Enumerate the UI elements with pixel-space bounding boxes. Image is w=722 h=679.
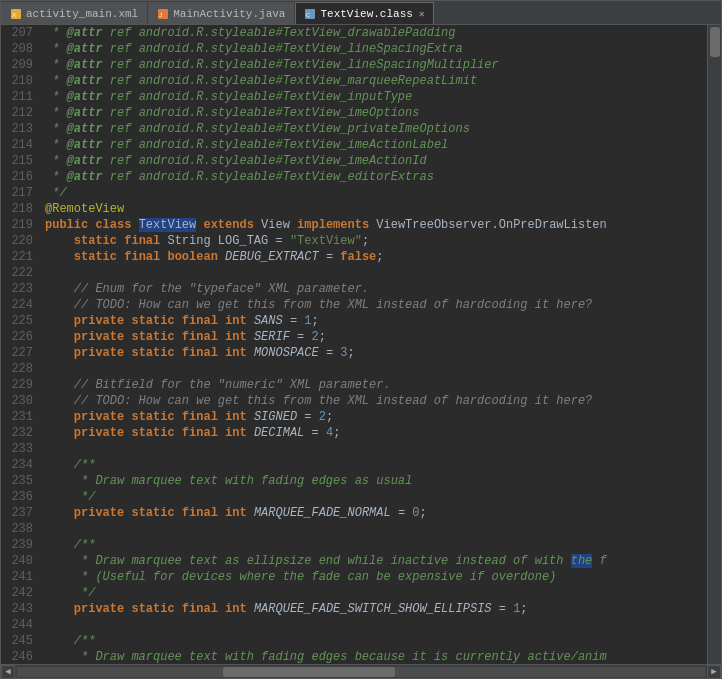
code-line: 212 * @attr ref android.R.styleable#Text…	[1, 105, 707, 121]
code-line: 241 * (Useful for devices where the fade…	[1, 569, 707, 585]
tab-label-textview: TextView.class	[320, 8, 412, 20]
code-line: 211 * @attr ref android.R.styleable#Text…	[1, 89, 707, 105]
code-line: 221 static final boolean DEBUG_EXTRACT =…	[1, 249, 707, 265]
code-line: 237 private static final int MARQUEE_FAD…	[1, 505, 707, 521]
xml-file-icon: X	[10, 8, 22, 20]
code-line: 223 // Enum for the "typeface" XML param…	[1, 281, 707, 297]
tab-close-button[interactable]: ✕	[419, 8, 425, 20]
tab-textview-class[interactable]: C TextView.class ✕	[295, 2, 433, 24]
code-line: 232 private static final int DECIMAL = 4…	[1, 425, 707, 441]
svg-text:X: X	[12, 12, 16, 18]
code-line: 225 private static final int SANS = 1;	[1, 313, 707, 329]
code-line: 219 public class TextView extends View i…	[1, 217, 707, 233]
code-line: 240 * Draw marquee text as ellipsize end…	[1, 553, 707, 569]
code-line: 234 /**	[1, 457, 707, 473]
code-area[interactable]: 207 * @attr ref android.R.styleable#Text…	[1, 25, 707, 664]
java-file-icon: J	[157, 8, 169, 20]
code-line: 231 private static final int SIGNED = 2;	[1, 409, 707, 425]
code-line: 217 */	[1, 185, 707, 201]
code-line: 222	[1, 265, 707, 281]
tab-label-activity-main: activity_main.xml	[26, 8, 138, 20]
tab-label-mainactivity: MainActivity.java	[173, 8, 285, 20]
editor-container: 207 * @attr ref android.R.styleable#Text…	[1, 25, 721, 664]
code-line: 208 * @attr ref android.R.styleable#Text…	[1, 41, 707, 57]
code-line: 239 /**	[1, 537, 707, 553]
tab-bar: X activity_main.xml J MainActivity.java …	[1, 1, 721, 25]
editor-window: X activity_main.xml J MainActivity.java …	[0, 0, 722, 679]
tab-activity-main-xml[interactable]: X activity_main.xml	[1, 2, 147, 24]
code-line: 230 // TODO: How can we get this from th…	[1, 393, 707, 409]
scroll-right-button[interactable]: ▶	[707, 665, 721, 679]
svg-text:J: J	[159, 12, 162, 18]
scroll-left-button[interactable]: ◀	[1, 665, 15, 679]
tab-mainactivity-java[interactable]: J MainActivity.java	[148, 2, 294, 24]
code-line: 216 * @attr ref android.R.styleable#Text…	[1, 169, 707, 185]
code-line: 233	[1, 441, 707, 457]
code-line: 227 private static final int MONOSPACE =…	[1, 345, 707, 361]
code-line: 229 // Bitfield for the "numeric" XML pa…	[1, 377, 707, 393]
code-line: 245 /**	[1, 633, 707, 649]
code-line: 246 * Draw marquee text with fading edge…	[1, 649, 707, 664]
code-line: 226 private static final int SERIF = 2;	[1, 329, 707, 345]
code-line: 243 private static final int MARQUEE_FAD…	[1, 601, 707, 617]
code-line: 214 * @attr ref android.R.styleable#Text…	[1, 137, 707, 153]
horizontal-scrollbar[interactable]: ◀ ▶	[1, 664, 721, 678]
code-line: 238	[1, 521, 707, 537]
code-line: 235 * Draw marquee text with fading edge…	[1, 473, 707, 489]
code-line: 236 */	[1, 489, 707, 505]
code-line: 210 * @attr ref android.R.styleable#Text…	[1, 73, 707, 89]
h-scroll-track[interactable]	[17, 667, 705, 677]
code-line: 228	[1, 361, 707, 377]
code-line: 209 * @attr ref android.R.styleable#Text…	[1, 57, 707, 73]
code-line: 220 static final String LOG_TAG = "TextV…	[1, 233, 707, 249]
code-line: 215 * @attr ref android.R.styleable#Text…	[1, 153, 707, 169]
code-line: 207 * @attr ref android.R.styleable#Text…	[1, 25, 707, 41]
code-line: 242 */	[1, 585, 707, 601]
code-lines: 207 * @attr ref android.R.styleable#Text…	[1, 25, 707, 664]
scrollbar-thumb[interactable]	[710, 27, 720, 57]
vertical-scrollbar[interactable]	[707, 25, 721, 664]
svg-text:C: C	[306, 12, 311, 18]
code-line: 218 @RemoteView	[1, 201, 707, 217]
code-line: 224 // TODO: How can we get this from th…	[1, 297, 707, 313]
code-line: 244	[1, 617, 707, 633]
class-file-icon: C	[304, 8, 316, 20]
code-line: 213 * @attr ref android.R.styleable#Text…	[1, 121, 707, 137]
h-scroll-thumb[interactable]	[223, 667, 395, 677]
